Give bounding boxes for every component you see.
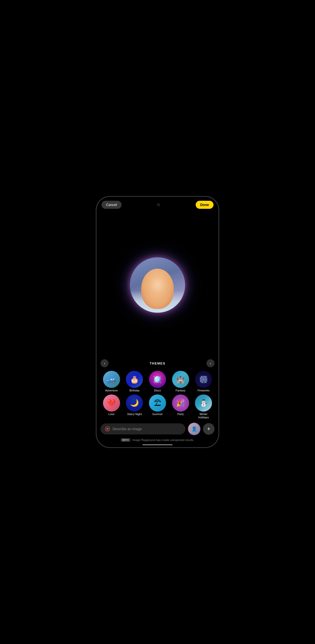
bottom-section: ‹ THEMES › 🚙 Adventure 🎂 Birthday <box>96 359 219 447</box>
theme-birthday-circle: 🎂 <box>126 371 143 388</box>
theme-adventure-label: Adventure <box>105 389 118 392</box>
power-button[interactable] <box>219 247 219 262</box>
camera-dot <box>157 203 160 206</box>
theme-winter-holidays[interactable]: ⛄ WinterHolidays <box>192 394 215 419</box>
theme-party[interactable]: 🎉 Party <box>170 394 192 419</box>
themes-prev-button[interactable]: ‹ <box>100 359 109 367</box>
describe-icon <box>104 426 111 432</box>
themes-header: ‹ THEMES › <box>100 359 215 367</box>
theme-disco-circle: 🪩 <box>149 371 166 388</box>
theme-disco[interactable]: 🪩 Disco <box>146 371 169 392</box>
main-avatar <box>130 257 185 313</box>
theme-starry-circle: 🌙 <box>126 394 143 412</box>
theme-fantasy[interactable]: 🏰 Fantasy <box>170 371 192 392</box>
done-button[interactable]: Done <box>196 201 214 209</box>
theme-love-label: Love <box>109 413 115 416</box>
themes-grid: 🚙 Adventure 🎂 Birthday 🪩 Disco <box>100 371 215 419</box>
add-button[interactable]: + <box>203 423 215 435</box>
main-avatar-container <box>130 257 185 313</box>
theme-starry-icon: 🌙 <box>130 399 139 407</box>
themes-next-button[interactable]: › <box>206 359 215 367</box>
theme-winter-label: WinterHolidays <box>198 413 209 419</box>
theme-party-icon: 🎉 <box>176 399 185 407</box>
theme-birthday[interactable]: 🎂 Birthday <box>124 371 146 392</box>
theme-birthday-label: Birthday <box>129 389 139 392</box>
home-indicator <box>142 444 173 445</box>
theme-adventure-icon: 🚙 <box>107 375 116 384</box>
theme-summer-label: Summer <box>152 413 163 416</box>
theme-starry-label: Starry Night <box>127 413 142 416</box>
beta-badge: BETA <box>121 438 130 442</box>
describe-placeholder: Describe an image <box>113 427 142 431</box>
theme-fireworks-circle: 🎆 <box>195 371 212 388</box>
beta-text: Image Playground may create unexpected r… <box>132 438 194 441</box>
cancel-button[interactable]: Cancel <box>101 201 122 209</box>
theme-fantasy-circle: 🏰 <box>172 371 189 388</box>
theme-party-circle: 🎉 <box>172 394 189 412</box>
user-avatar-inner: 👤 <box>188 423 200 435</box>
theme-fantasy-icon: 🏰 <box>176 375 185 384</box>
top-bar: Cancel Done <box>96 197 219 211</box>
theme-love-icon: ❤️ <box>107 399 116 407</box>
theme-birthday-icon: 🎂 <box>130 375 139 384</box>
avatar-area: − 🎆 Fireworks − ⛄ WinterHolidays <box>96 211 219 359</box>
svg-point-1 <box>107 428 108 429</box>
theme-fireworks-label: Fireworks <box>197 389 209 392</box>
theme-fireworks-icon: 🎆 <box>199 375 208 384</box>
user-avatar-button[interactable]: 👤 <box>188 423 200 435</box>
theme-adventure[interactable]: 🚙 Adventure <box>100 371 123 392</box>
theme-adventure-circle: 🚙 <box>103 371 120 388</box>
phone-frame: Cancel Done − 🎆 Fireworks − ⛄ WinterHoli… <box>96 196 219 448</box>
theme-winter-circle: ⛄ <box>195 394 212 412</box>
beta-bar: BETA Image Playground may create unexpec… <box>100 437 215 444</box>
phone-screen: Cancel Done − 🎆 Fireworks − ⛄ WinterHoli… <box>96 197 219 447</box>
themes-title: THEMES <box>149 361 165 365</box>
theme-disco-label: Disco <box>154 389 161 392</box>
avatar-face <box>141 269 174 309</box>
theme-summer-icon: ⛱ <box>154 399 161 407</box>
theme-fireworks[interactable]: 🎆 Fireworks <box>192 371 215 392</box>
theme-love[interactable]: ❤️ Love <box>100 394 123 419</box>
theme-winter-icon: ⛄ <box>199 399 208 407</box>
theme-party-label: Party <box>177 413 184 416</box>
describe-input-container[interactable]: Describe an image <box>100 423 185 434</box>
theme-fantasy-label: Fantasy <box>176 389 185 392</box>
plus-icon: + <box>207 426 211 432</box>
theme-disco-icon: 🪩 <box>153 375 162 384</box>
theme-starry-night[interactable]: 🌙 Starry Night <box>124 394 146 419</box>
theme-summer[interactable]: ⛱ Summer <box>146 394 169 419</box>
user-avatar-icon: 👤 <box>191 426 197 432</box>
theme-love-circle: ❤️ <box>103 394 120 412</box>
theme-summer-circle: ⛱ <box>149 394 166 412</box>
input-area: Describe an image 👤 + <box>100 423 215 437</box>
